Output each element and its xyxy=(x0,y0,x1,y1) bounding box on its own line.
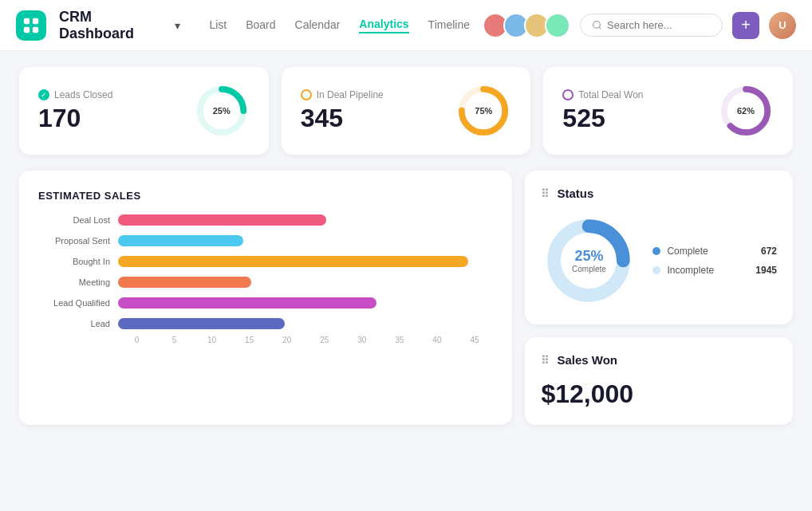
dots-icon: ⠿ xyxy=(541,187,550,200)
x-tick: 15 xyxy=(231,336,268,344)
dots-icon-sales: ⠿ xyxy=(541,354,550,367)
stat-card-pipeline: In Deal Pipeline 345 75% xyxy=(282,67,531,155)
svg-rect-3 xyxy=(33,26,38,32)
bar-fill xyxy=(118,277,251,288)
user-avatar: U xyxy=(769,12,796,39)
stat-info-deal-won: Total Deal Won 525 xyxy=(562,89,643,133)
status-legend: Complete 672 Incomplete 1945 xyxy=(652,246,777,276)
search-input[interactable] xyxy=(607,19,711,31)
sales-card: ⠿ Sales Won $12,000 xyxy=(525,337,793,425)
bar-label: Lead Qualified xyxy=(38,298,110,308)
status-card: ⠿ Status 25% Complete xyxy=(525,171,793,324)
status-center-label: Complete xyxy=(572,265,606,273)
sales-title: Sales Won xyxy=(557,353,617,367)
legend-label: Complete xyxy=(667,246,708,257)
stat-value-pipeline: 345 xyxy=(301,104,384,133)
stat-info-leads: ✓ Leads Closed 170 xyxy=(38,89,112,133)
bar-track xyxy=(118,256,493,267)
bar-row: Lead xyxy=(38,318,493,329)
main-nav: List Board Calendar Analytics Timeline xyxy=(209,18,470,33)
bar-fill xyxy=(118,214,326,226)
donut-pipeline: 75% xyxy=(455,83,511,139)
bar-row: Meeting xyxy=(38,277,493,288)
search-icon xyxy=(592,20,602,30)
search-box[interactable] xyxy=(580,14,723,37)
bar-fill xyxy=(118,256,468,267)
bar-track xyxy=(118,318,493,329)
header: CRM Dashboard ▾ List Board Calendar Anal… xyxy=(0,0,812,51)
nav-analytics[interactable]: Analytics xyxy=(359,18,408,33)
donut-label-leads: 25% xyxy=(213,106,231,116)
svg-rect-0 xyxy=(24,18,30,23)
nav-calendar[interactable]: Calendar xyxy=(295,18,341,33)
status-card-header: ⠿ Status xyxy=(541,187,777,200)
legend-count: 672 xyxy=(761,246,777,257)
stat-label-deal-won: Total Deal Won xyxy=(562,89,643,100)
status-donut-label: 25% Complete xyxy=(572,248,606,273)
donut-label-pipeline: 75% xyxy=(475,106,492,116)
stat-card-leads-closed: ✓ Leads Closed 170 25% xyxy=(19,67,269,155)
x-tick: 45 xyxy=(455,336,493,344)
status-content: 25% Complete Complete 672 Incomplete 194… xyxy=(541,213,777,309)
bar-fill xyxy=(118,297,376,309)
donut-label-deal-won: 62% xyxy=(737,106,755,116)
donut-leads: 25% xyxy=(194,83,250,139)
circle-icon-deal-won xyxy=(562,89,574,100)
nav-board[interactable]: Board xyxy=(246,18,275,33)
bar-fill xyxy=(118,318,285,329)
x-tick: 10 xyxy=(193,336,231,344)
bar-row: Lead Qualified xyxy=(38,297,493,309)
x-tick: 40 xyxy=(418,336,455,344)
chart-title: ESTIMATED SALES xyxy=(38,190,493,202)
circle-icon-pipeline xyxy=(301,89,312,100)
stat-label-leads: ✓ Leads Closed xyxy=(38,89,112,100)
bottom-row: ESTIMATED SALES Deal Lost Proposal Sent … xyxy=(19,171,793,425)
donut-deal-won: 62% xyxy=(718,83,774,139)
stat-label-pipeline: In Deal Pipeline xyxy=(301,89,384,100)
svg-point-4 xyxy=(593,22,601,29)
stat-cards-row: ✓ Leads Closed 170 25% xyxy=(19,67,793,155)
title-area: CRM Dashboard ▾ xyxy=(59,9,180,42)
sales-card-header: ⠿ Sales Won xyxy=(541,353,777,367)
legend-label: Incomplete xyxy=(667,265,714,276)
x-tick: 5 xyxy=(156,336,193,344)
chevron-down-icon[interactable]: ▾ xyxy=(175,19,180,32)
svg-rect-1 xyxy=(33,18,38,23)
bar-track xyxy=(118,235,493,246)
x-tick: 20 xyxy=(268,336,305,344)
stat-card-deal-won: Total Deal Won 525 62% xyxy=(543,67,793,155)
add-button[interactable]: + xyxy=(732,12,759,39)
x-axis: 051015202530354045 xyxy=(118,336,493,344)
nav-list[interactable]: List xyxy=(209,18,227,33)
bar-label: Bought In xyxy=(38,257,110,266)
bar-chart-grid: Deal Lost Proposal Sent Bought In Meetin… xyxy=(38,214,493,329)
legend-dot xyxy=(652,247,660,255)
bar-label: Deal Lost xyxy=(38,215,110,225)
app-title: CRM Dashboard xyxy=(59,9,170,42)
bar-row: Deal Lost xyxy=(38,214,493,226)
avatar-4 xyxy=(545,13,570,38)
main-content: ✓ Leads Closed 170 25% xyxy=(0,51,812,441)
sales-value: $12,000 xyxy=(541,379,777,409)
bar-fill xyxy=(118,235,243,246)
status-donut: 25% Complete xyxy=(541,213,637,309)
status-title: Status xyxy=(557,187,593,200)
status-percent: 25% xyxy=(572,248,606,265)
legend-item: Incomplete 1945 xyxy=(652,265,777,276)
bar-label: Meeting xyxy=(38,277,110,287)
stat-value-deal-won: 525 xyxy=(562,104,643,133)
team-avatars xyxy=(483,13,570,38)
bar-track xyxy=(118,214,493,226)
stat-value-leads: 170 xyxy=(38,104,112,133)
svg-rect-2 xyxy=(24,26,30,32)
nav-timeline[interactable]: Timeline xyxy=(428,18,470,33)
right-column: ⠿ Status 25% Complete xyxy=(525,171,793,425)
bar-row: Proposal Sent xyxy=(38,235,493,246)
bar-track xyxy=(118,297,493,309)
x-tick: 35 xyxy=(380,336,418,344)
legend-count: 1945 xyxy=(755,265,777,276)
bar-chart-card: ESTIMATED SALES Deal Lost Proposal Sent … xyxy=(19,171,512,425)
x-tick: 25 xyxy=(305,336,343,344)
bar-track xyxy=(118,277,493,288)
app-logo xyxy=(16,10,46,41)
